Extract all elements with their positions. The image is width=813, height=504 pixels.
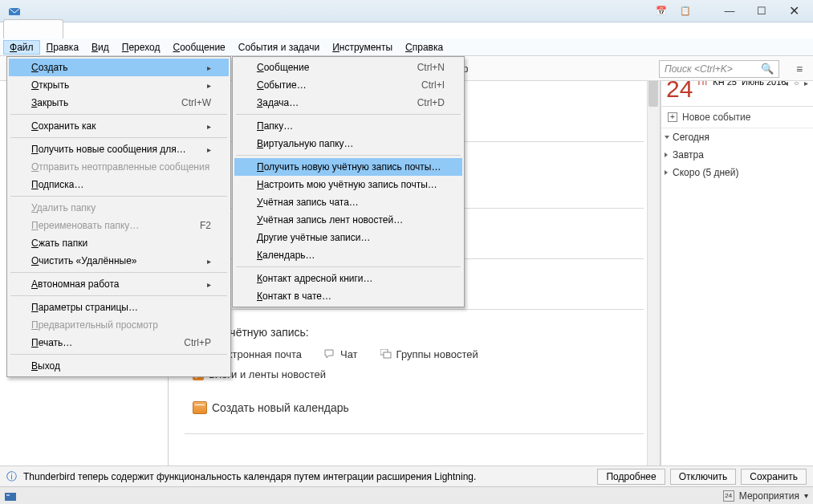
new-calendar-section: Создать новый календарь (185, 401, 644, 414)
menu-message[interactable]: Сообщение (166, 40, 231, 55)
activity-icon (5, 492, 16, 500)
today-pane-chevron[interactable]: ▾ (804, 491, 808, 500)
file-menu-item-13[interactable]: Очистить «Удалённые»▸ (9, 252, 229, 270)
file-menu-item-19[interactable]: Печать…Ctrl+P (9, 334, 229, 352)
create-menu-item-10[interactable]: Учётная запись лент новостей… (234, 211, 462, 229)
info-icon: ⓘ (6, 469, 17, 484)
newsgroups-option[interactable]: Группы новостей (380, 348, 478, 360)
file-menu-item-17[interactable]: Параметры страницы… (9, 299, 229, 316)
app-icon (8, 5, 21, 18)
menu-file[interactable]: Файл (3, 40, 40, 55)
today-pane-label[interactable]: Мероприятия (739, 490, 799, 502)
create-menu-item-9[interactable]: Учётная запись чата… (234, 193, 462, 211)
file-menu-item-18: Предварительный просмотр (9, 316, 229, 334)
newsgroups-icon (380, 349, 392, 360)
new-event-button[interactable]: + Новое событие (661, 107, 813, 128)
file-menu-item-7: Отправить неотправленные сообщения (9, 158, 229, 176)
file-menu-item-0[interactable]: Создать▸ (9, 59, 229, 76)
notification-bar: ⓘ Thunderbird теперь содержит функционал… (0, 465, 813, 486)
create-menu-item-15[interactable]: Контакт в чате… (234, 287, 462, 305)
file-menu-dropdown: Создать▸Открыть▸ЗакрытьCtrl+WСохранить к… (6, 56, 231, 377)
create-menu-item-5[interactable]: Виртуальную папку… (234, 135, 462, 152)
file-menu-item-11: Переименовать папку…F2 (9, 217, 229, 234)
chat-icon (324, 349, 335, 360)
menu-edit[interactable]: Правка (40, 40, 86, 55)
menu-help[interactable]: Справка (399, 40, 449, 55)
agenda-soon[interactable]: Скоро (5 дней) (661, 164, 813, 181)
notification-text: Thunderbird теперь содержит функциональн… (23, 471, 476, 482)
close-button[interactable]: ✕ (778, 2, 810, 21)
today-pane-icon[interactable]: 24 (723, 490, 734, 502)
search-input[interactable]: Поиск <Ctrl+K> 🔍 (659, 60, 779, 78)
maximize-button[interactable]: ☐ (746, 2, 778, 21)
new-event-icon: + (668, 112, 677, 122)
create-menu-item-2[interactable]: Задача…Ctrl+D (234, 94, 462, 112)
file-menu-item-12[interactable]: Сжать папки (9, 234, 229, 252)
calendar-today-icon[interactable]: 📅 (649, 3, 673, 19)
search-icon: 🔍 (761, 63, 774, 75)
tab-main[interactable] (3, 19, 63, 39)
menu-tools[interactable]: Инструменты (326, 40, 399, 55)
minimize-button[interactable]: — (713, 2, 746, 21)
keep-button[interactable]: Сохранить (741, 469, 807, 485)
svg-rect-5 (6, 494, 10, 496)
create-menu-item-8[interactable]: Настроить мою учётную запись почты… (234, 176, 462, 193)
menubar: Файл Правка Вид Переход Сообщение Событи… (0, 39, 813, 56)
disable-button[interactable]: Отключить (670, 469, 737, 485)
menu-go[interactable]: Переход (116, 40, 167, 55)
new-calendar-option[interactable]: Создать новый календарь (193, 401, 644, 414)
create-menu-item-14[interactable]: Контакт адресной книги… (234, 270, 462, 287)
svg-rect-4 (5, 493, 16, 501)
create-menu-item-12[interactable]: Календарь… (234, 246, 462, 264)
tab-strip (0, 19, 63, 39)
calendar-icon (193, 401, 207, 414)
learn-more-button[interactable]: Подробнее (597, 469, 665, 485)
agenda-tomorrow[interactable]: Завтра (661, 146, 813, 164)
create-account-label: здать учётную запись: (193, 326, 644, 339)
file-menu-item-21[interactable]: Выход (9, 357, 229, 375)
file-menu-item-10: Удалить папку (9, 199, 229, 217)
create-submenu-dropdown: СообщениеCtrl+NСобытие…Ctrl+IЗадача…Ctrl… (232, 56, 465, 307)
app-menu-button[interactable]: ≡ (791, 63, 808, 75)
create-menu-item-0[interactable]: СообщениеCtrl+N (234, 59, 462, 76)
content-scrollbar[interactable] (647, 57, 660, 465)
menu-events[interactable]: События и задачи (232, 40, 326, 55)
search-placeholder: Поиск <Ctrl+K> (665, 63, 733, 75)
file-menu-item-4[interactable]: Сохранить как▸ (9, 117, 229, 135)
file-menu-item-15[interactable]: Автономная работа▸ (9, 275, 229, 293)
svg-rect-3 (384, 352, 391, 358)
file-menu-item-8[interactable]: Подписка… (9, 176, 229, 193)
status-bar: 24 Мероприятия ▾ (0, 486, 813, 504)
events-sidebar: События ◀ ▶ ✕ 24 Пт ◂ ○ ▸ КН 25 Июнь 201… (661, 57, 813, 465)
create-menu-item-4[interactable]: Папку… (234, 117, 462, 135)
tasks-icon[interactable]: 📋 (673, 3, 697, 19)
agenda-today[interactable]: Сегодня (661, 128, 813, 146)
create-menu-item-7[interactable]: Получить новую учётную запись почты… (234, 158, 462, 176)
create-menu-item-1[interactable]: Событие…Ctrl+I (234, 76, 462, 94)
file-menu-item-6[interactable]: Получить новые сообщения для…▸ (9, 140, 229, 158)
menu-view[interactable]: Вид (85, 40, 116, 55)
create-menu-item-11[interactable]: Другие учётные записи… (234, 229, 462, 246)
chat-option[interactable]: Чат (324, 348, 358, 360)
window-titlebar: 📅 📋 — ☐ ✕ (0, 0, 813, 22)
create-account-section: здать учётную запись: Электронная почта … (185, 326, 644, 380)
file-menu-item-2[interactable]: ЗакрытьCtrl+W (9, 94, 229, 112)
file-menu-item-1[interactable]: Открыть▸ (9, 76, 229, 94)
